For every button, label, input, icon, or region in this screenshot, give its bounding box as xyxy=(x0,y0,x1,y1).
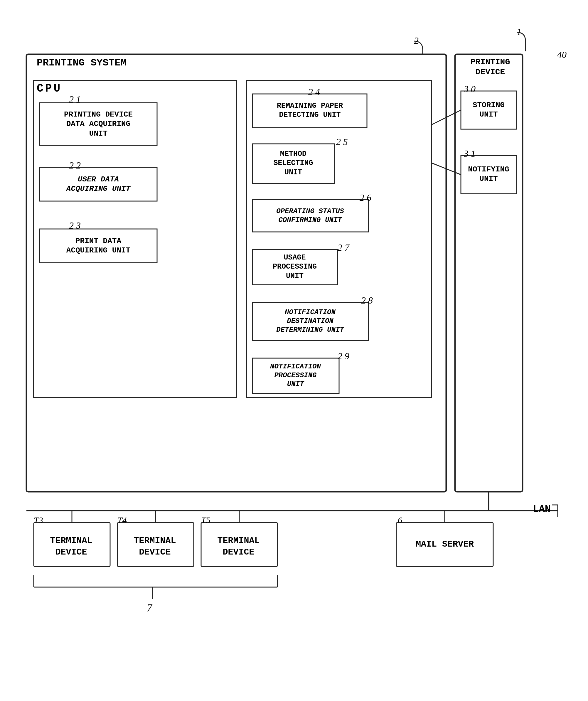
svg-rect-3 xyxy=(247,81,431,398)
lan-label: LAN xyxy=(533,503,551,515)
terminal-t4-text: TERMINALDEVICE xyxy=(119,523,191,558)
ref-2-label: 2 xyxy=(414,35,419,46)
usage-processing-unit: USAGEPROCESSINGUNIT xyxy=(253,250,336,283)
svg-line-33 xyxy=(431,163,461,175)
mail-server-text: MAIL SERVER xyxy=(398,523,492,550)
terminal-t5-text: TERMINALDEVICE xyxy=(203,523,274,558)
printing-device-outer-title: PRINTINGDEVICE xyxy=(458,57,523,77)
ref-21: 2 1 xyxy=(69,94,81,105)
notification-destination-unit: NOTIFICATIONDESTINATIONDETERMINING UNIT xyxy=(253,303,367,339)
printing-system-label: PRINTING SYSTEM xyxy=(37,57,127,68)
print-data-unit: PRINT DATAACQUIRING UNIT xyxy=(41,230,156,262)
notification-processing-unit: NOTIFICATIONPROCESSINGUNIT xyxy=(253,359,338,392)
cpu-label: CPU xyxy=(37,82,62,95)
ref-27: 2 7 xyxy=(338,242,349,253)
storing-unit: STORINGUNIT xyxy=(462,92,516,128)
operating-status-unit: OPERATING STATUSCONFIRMING UNIT xyxy=(253,201,367,231)
ref-1-label: 1 xyxy=(517,26,521,37)
notifying-unit: NOTIFYINGUNIT xyxy=(462,156,516,192)
remaining-paper-unit: REMAINING PAPERDETECTING UNIT xyxy=(253,94,366,126)
user-data-unit: USER DATAACQUIRING UNIT xyxy=(41,168,156,200)
ref-40-label: 40 xyxy=(557,49,567,60)
method-selecting-unit: METHODSELECTINGUNIT xyxy=(253,145,333,182)
ref-7: 7 xyxy=(147,602,152,614)
ref-25: 2 5 xyxy=(336,137,348,147)
svg-line-32 xyxy=(431,110,461,125)
printing-device-data-unit: PRINTING DEVICEDATA ACQUIRINGUNIT xyxy=(41,104,156,144)
ref-23: 2 3 xyxy=(69,220,81,231)
ref-29: 2 9 xyxy=(338,351,349,362)
terminal-t3-text: TERMINALDEVICE xyxy=(35,523,107,558)
